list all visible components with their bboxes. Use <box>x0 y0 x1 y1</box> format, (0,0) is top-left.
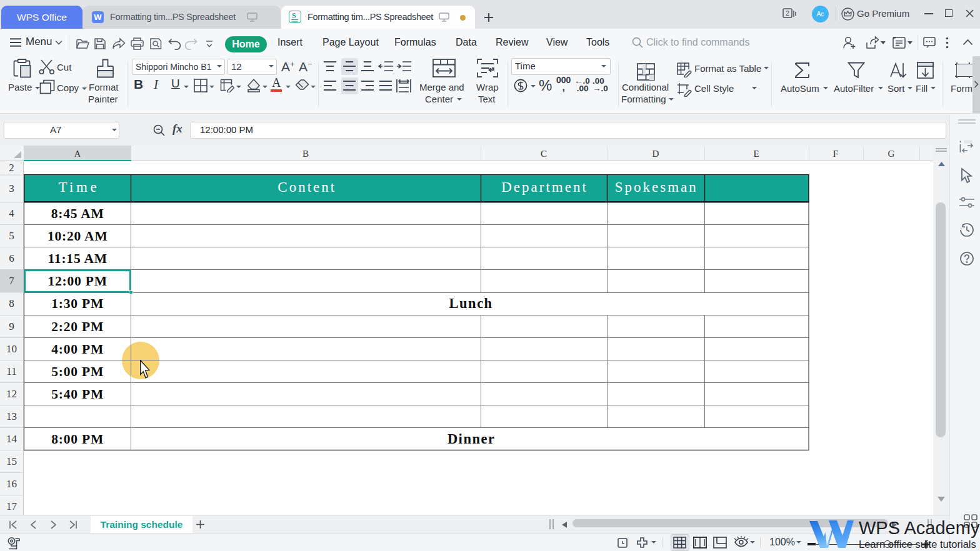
svg-text:2: 2 <box>786 9 789 17</box>
